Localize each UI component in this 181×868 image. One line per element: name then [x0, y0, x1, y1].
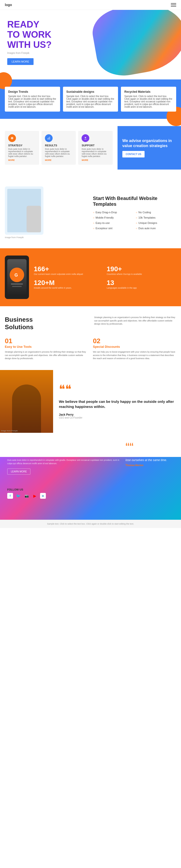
business-solutions-section: Business Solutions Strategic planning is…: [0, 306, 181, 370]
results-icon-svg: [47, 136, 51, 140]
biz-num-1: 02: [93, 337, 176, 345]
follow-section: FOLLOW US f 🐦 📷 ▶ in: [0, 484, 181, 503]
social-twitter[interactable]: 🐦: [15, 493, 21, 499]
digital-side-quote: ““ Art enables us to find ourselves and …: [125, 442, 174, 467]
social-linkedin[interactable]: in: [40, 493, 46, 499]
biz-item-1: 02 Special Discounts We can help you to …: [93, 337, 176, 360]
hero-title-line2: TO WORK: [7, 29, 51, 40]
svg-rect-3: [49, 137, 50, 140]
feature-6: Excepteur sint: [93, 227, 134, 230]
templates-source: Image from Freepik: [5, 236, 88, 239]
card-sustainable: Sustainable designs Sample text. Click t…: [63, 87, 118, 112]
biz-item-title-accent-0: Use Tools: [17, 345, 32, 348]
strategy-icon: [8, 134, 16, 142]
feature-2: Mobile-Friendly: [93, 216, 134, 219]
footer-text: Sample text. Click to select the text bo…: [5, 523, 176, 525]
desktop-mockup: [5, 186, 43, 235]
stat-num-3: 13: [107, 279, 176, 287]
stat-num-2: 120+M: [34, 279, 103, 287]
header: logo: [0, 0, 181, 10]
templates-features-grid: Easy Drag-n-Drop No Coding Mobile-Friend…: [93, 211, 176, 230]
strategy-card-title-0: STRATEGY: [8, 144, 36, 147]
stats-phone-icon: G: [10, 268, 24, 282]
digital-title: Digital Art & Design Studio: [7, 442, 121, 457]
stats-phone-screen: G: [7, 259, 27, 296]
stats-phone-bar2: [12, 286, 22, 287]
testimonial-section: Image from Freepik ❝❝ We believe that pe…: [0, 370, 181, 433]
strategy-more-1[interactable]: MORE: [45, 159, 72, 161]
feature-3: 10k Templates: [136, 216, 176, 219]
digital-section: Digital Art & Design Studio Duis aute ir…: [0, 433, 181, 520]
templates-device-mockup: Image from Freepik: [5, 186, 88, 239]
testimonial-author-title: CEO and Co-Founder: [59, 416, 175, 419]
hero-title-line1: READY: [7, 19, 39, 29]
cards-section: Design Trends Sample text. Click to sele…: [0, 80, 181, 119]
hamburger-line3: [171, 6, 176, 6]
social-instagram[interactable]: 📷: [24, 493, 30, 499]
strategy-card-results: RESULTS Duis aute irure dolor in reprehe…: [41, 131, 76, 165]
strategy-card-text-2: Duis aute irure dolor in reprehenderit i…: [81, 148, 109, 157]
testimonial-quote: We believe that people can be truly happ…: [59, 399, 175, 409]
svg-point-0: [11, 137, 13, 140]
strategy-card-text-0: Duis aute irure dolor in reprehenderit i…: [8, 148, 36, 157]
feature-0: Easy Drag-n-Drop: [93, 211, 134, 214]
strategy-more-0[interactable]: MORE: [8, 159, 36, 161]
side-quote-mark: ““: [125, 442, 174, 452]
hamburger-menu[interactable]: [171, 3, 176, 6]
stats-phone-bar1: [11, 283, 23, 284]
card-title-0: Design Trends: [8, 90, 57, 93]
social-youtube[interactable]: ▶: [32, 493, 38, 499]
strategy-card-title-1: RESULTS: [45, 144, 72, 147]
testimonial-content: ❝❝ We believe that people can be truly h…: [53, 370, 181, 433]
quote-mark-large: ❝❝: [59, 383, 175, 395]
strategy-card-support: SUPPORT Duis aute irure dolor in reprehe…: [78, 131, 112, 165]
svg-text:G: G: [14, 273, 18, 278]
card-title-1: Sustainable designs: [66, 90, 115, 93]
stats-phone-logo-svg: G: [13, 271, 21, 278]
testimonial-source: Image from Freepik: [1, 430, 17, 432]
contact-us-button[interactable]: CONTACT US: [122, 151, 145, 157]
phone-mockup: [27, 206, 41, 232]
card-design-trends: Design Trends Sample text. Click to sele…: [5, 87, 60, 112]
svg-rect-1: [47, 138, 48, 140]
hero-learn-more-button[interactable]: LEARN MORE: [7, 58, 34, 65]
hero-title: READY TO WORK WITH US?: [7, 20, 174, 50]
support-icon: [81, 134, 89, 142]
biz-item-0: 01 Easy to Use Tools Strategic planning …: [5, 337, 88, 360]
social-facebook[interactable]: f: [7, 493, 13, 499]
stats-phone-mockup: G: [5, 255, 29, 299]
biz-title-line1: Business: [5, 316, 33, 323]
digital-learn-more-button[interactable]: LEARN MORE: [7, 468, 30, 474]
digital-content: Digital Art & Design Studio Duis aute ir…: [0, 433, 181, 485]
stats-section: G 166+ Our current team count vulputate …: [0, 248, 181, 306]
person-shape: [12, 384, 41, 433]
stats-grid: 166+ Our current team count vulputate en…: [34, 265, 176, 289]
feature-5: Unique Designs: [136, 221, 176, 224]
card-text-1: Sample text. Click to select the text bo…: [66, 95, 115, 108]
stat-num-1: 190+: [107, 265, 176, 273]
footer: Sample text. Click to select the text bo…: [0, 520, 181, 528]
feature-7: Duis aute irure: [136, 227, 176, 230]
hero-source: Images from Freepik: [7, 52, 174, 54]
feature-4: Easy-to-use: [93, 221, 134, 224]
stat-3: 13 Languages available in the app: [107, 279, 176, 289]
testimonial-image: Image from Freepik: [0, 370, 53, 433]
biz-title-line2: Solutions: [5, 323, 33, 331]
strategy-more-2[interactable]: MORE: [81, 159, 109, 161]
biz-num-0: 01: [5, 337, 88, 345]
templates-section: Image from Freepik Start With Beautiful …: [0, 177, 181, 248]
digital-title-line2: Design Studio: [7, 450, 46, 456]
testimonial-author-name: Jack Perry: [59, 413, 175, 416]
stat-desc-3: Languages available in the app: [107, 287, 176, 289]
stat-num-0: 166+: [34, 265, 103, 273]
card-title-2: Recycled Materials: [124, 90, 173, 93]
templates-content: Start With Beautiful Website Templates E…: [93, 195, 176, 230]
biz-item-text-0: Strategic planning is an organization's …: [5, 350, 88, 360]
hero-section: READY TO WORK WITH US? Images from Freep…: [0, 10, 181, 80]
follow-label: FOLLOW US: [7, 488, 174, 491]
side-quote-author: Thomas Merton: [125, 464, 174, 467]
we-advise-title: We advise organizations in value creatio…: [122, 138, 176, 149]
business-items-row: 01 Easy to Use Tools Strategic planning …: [5, 337, 176, 360]
stat-0: 166+ Our current team count vulputate en…: [34, 265, 103, 276]
we-advise-box: We advise organizations in value creatio…: [117, 126, 181, 169]
